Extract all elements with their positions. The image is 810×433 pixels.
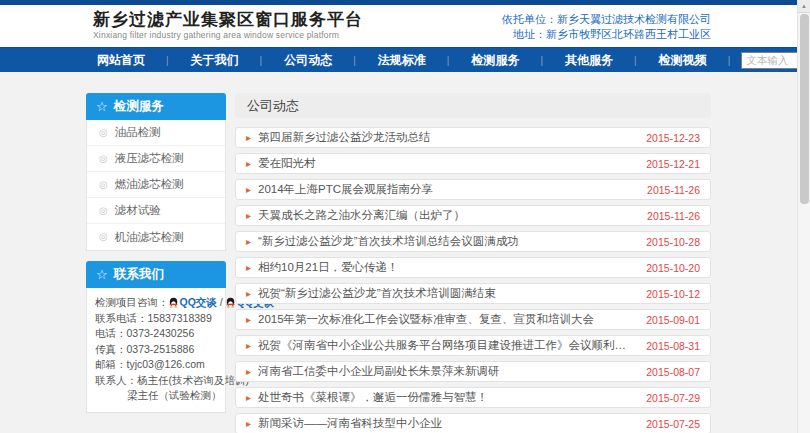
services-panel-header: ☆ 检测服务 — [86, 93, 226, 120]
search-box: 搜 索 — [741, 51, 797, 69]
nav-item[interactable]: 法规标准 — [367, 52, 461, 69]
browser-scrollbar[interactable]: ▲ — [797, 0, 810, 433]
service-item[interactable]: ◎ 滤材试验 — [87, 198, 225, 224]
nav-item[interactable]: 检测视频 — [648, 52, 742, 69]
org-line: 依托单位：新乡天翼过滤技术检测有限公司 — [502, 12, 711, 27]
news-title: 新闻采访——河南省科技型中小企业 — [258, 416, 636, 431]
news-date: 2015-07-29 — [646, 392, 700, 404]
news-row[interactable]: ▸ 相约10月21日，爱心传递！ 2015-10-20 — [235, 257, 711, 278]
star-icon: ☆ — [96, 100, 108, 113]
content-wrapper: ☆ 检测服务 ◎ 油品检测 ◎ 液压滤芯检测 — [86, 72, 711, 433]
news-row[interactable]: ▸ 河南省工信委中小企业局副处长朱景萍来新调研 2015-08-07 — [235, 361, 711, 382]
nav-item[interactable]: 网站首页 — [86, 52, 180, 69]
contact-line: 电话：0373-2430256 — [95, 326, 219, 342]
site-logo: 新乡过滤产业集聚区窗口服务平台 Xinxiang filter industry… — [86, 5, 363, 47]
nav-item[interactable]: 其他服务 — [554, 52, 648, 69]
arrow-right-icon: ▸ — [246, 341, 251, 351]
qq-chat-label: QQ交谈 — [180, 295, 217, 311]
news-row[interactable]: ▸ 处世奇书《菜根谭》，邂逅一份儒雅与智慧！ 2015-07-29 — [235, 387, 711, 408]
scrollbar-thumb[interactable] — [800, 14, 809, 204]
contact-line: 邮箱：tyjc03@126.com — [95, 357, 219, 373]
contact-line: 联系人：杨主任(技术咨询及培训) — [95, 373, 219, 389]
services-panel-title: 检测服务 — [114, 98, 164, 115]
service-item-label: 油品检测 — [115, 125, 161, 140]
circle-bullet-icon: ◎ — [99, 232, 108, 242]
nav-items: 网站首页 关于我们 公司动态 法规标准 检测服务 其他服务 检测视频 — [86, 52, 741, 69]
service-item[interactable]: ◎ 液压滤芯检测 — [87, 146, 225, 172]
services-list: ◎ 油品检测 ◎ 液压滤芯检测 ◎ 燃油滤芯检测 — [86, 120, 226, 251]
news-row[interactable]: ▸ 2014年上海PTC展会观展指南分享 2015-11-26 — [235, 179, 711, 200]
qq-penguin-icon — [226, 297, 235, 308]
nav-item[interactable]: 公司动态 — [273, 52, 367, 69]
news-date: 2015-12-23 — [646, 132, 700, 144]
arrow-right-icon: ▸ — [246, 315, 251, 325]
news-date: 2015-10-20 — [646, 262, 700, 274]
nav-item[interactable]: 检测服务 — [460, 52, 554, 69]
news-date: 2015-12-21 — [646, 158, 700, 170]
contact-panel-header: ☆ 联系我们 — [86, 261, 226, 288]
news-row[interactable]: ▸ “新乡过滤公益沙龙”首次技术培训总结会议圆满成功 2015-10-28 — [235, 231, 711, 252]
news-title: 爱在阳光村 — [258, 156, 636, 171]
news-date: 2015-08-07 — [646, 366, 700, 378]
qq-penguin-icon — [169, 297, 178, 308]
news-row[interactable]: ▸ 2015年第一次标准化工作会议暨标准审查、复查、宣贯和培训大会 2015-0… — [235, 309, 711, 330]
news-title: 天翼成长之路之油水分离汇编（出炉了） — [258, 208, 637, 223]
search-input[interactable] — [741, 52, 797, 69]
arrow-right-icon: ▸ — [246, 159, 251, 169]
sidebar: ☆ 检测服务 ◎ 油品检测 ◎ 液压滤芯检测 — [86, 93, 226, 413]
news-date: 2015-07-25 — [646, 418, 700, 430]
news-row[interactable]: ▸ 新闻采访——河南省科技型中小企业 2015-07-25 — [235, 413, 711, 433]
news-row[interactable]: ▸ 祝贺“新乡过滤公益沙龙”首次技术培训圆满结束 2015-10-12 — [235, 283, 711, 304]
circle-bullet-icon: ◎ — [99, 206, 108, 216]
contact-body: 检测项目咨询： QQ交谈 / — [86, 288, 226, 413]
main-content: 公司动态 ▸ 第四届新乡过滤公益沙龙活动总结 2015-12-23 ▸ 爱在阳光… — [235, 93, 711, 433]
service-item-label: 燃油滤芯检测 — [115, 177, 184, 192]
news-row[interactable]: ▸ 爱在阳光村 2015-12-21 — [235, 153, 711, 174]
service-item[interactable]: ◎ 燃油滤芯检测 — [87, 172, 225, 198]
header: 新乡过滤产业集聚区窗口服务平台 Xinxiang filter industry… — [0, 5, 797, 47]
news-row[interactable]: ▸ 天翼成长之路之油水分离汇编（出炉了） 2015-11-26 — [235, 205, 711, 226]
service-item-label: 机油滤芯检测 — [115, 230, 184, 245]
arrow-right-icon: ▸ — [246, 367, 251, 377]
arrow-right-icon: ▸ — [246, 393, 251, 403]
news-title: 第四届新乡过滤公益沙龙活动总结 — [258, 130, 636, 145]
news-title: 河南省工信委中小企业局副处长朱景萍来新调研 — [258, 364, 636, 379]
star-icon: ☆ — [96, 268, 108, 281]
circle-bullet-icon: ◎ — [99, 154, 108, 164]
news-date: 2015-09-01 — [646, 314, 700, 326]
arrow-right-icon: ▸ — [246, 289, 251, 299]
arrow-right-icon: ▸ — [246, 237, 251, 247]
address-line: 地址：新乡市牧野区北环路西王村工业区 — [502, 27, 711, 42]
contact-line: 梁主任（试验检测） — [95, 388, 219, 404]
services-panel: ☆ 检测服务 ◎ 油品检测 ◎ 液压滤芯检测 — [86, 93, 226, 251]
news-title: 相约10月21日，爱心传递！ — [258, 260, 636, 275]
site-title: 新乡过滤产业集聚区窗口服务平台 — [93, 10, 363, 30]
main-nav: 网站首页 关于我们 公司动态 法规标准 检测服务 其他服务 检测视频 搜 索 — [0, 47, 797, 72]
contact-lines: 联系电话：15837318389 电话：0373-2430256 传真：0373… — [95, 311, 219, 404]
news-row[interactable]: ▸ 祝贺《河南省中小企业公共服务平台网络项目建设推进工作》会议顺利召开 2015… — [235, 335, 711, 356]
arrow-right-icon: ▸ — [246, 419, 251, 429]
service-item[interactable]: ◎ 油品检测 — [87, 120, 225, 146]
arrow-right-icon: ▸ — [246, 211, 251, 221]
arrow-right-icon: ▸ — [246, 185, 251, 195]
page-title: 公司动态 — [235, 93, 711, 118]
news-date: 2015-10-12 — [646, 288, 700, 300]
service-item-label: 液压滤芯检测 — [115, 151, 184, 166]
news-title: 祝贺《河南省中小企业公共服务平台网络项目建设推进工作》会议顺利召开 — [258, 338, 636, 353]
circle-bullet-icon: ◎ — [99, 128, 108, 138]
scrollbar-up-button[interactable]: ▲ — [798, 0, 810, 13]
news-row[interactable]: ▸ 第四届新乡过滤公益沙龙活动总结 2015-12-23 — [235, 127, 711, 148]
site-subtitle: Xinxiang filter industry gathering area … — [93, 30, 363, 40]
qq-chat-link[interactable]: QQ交谈 — [169, 295, 217, 311]
news-date: 2015-11-26 — [647, 184, 700, 196]
news-date: 2015-10-28 — [646, 236, 700, 248]
news-date: 2015-08-31 — [646, 340, 700, 352]
consult-label: 检测项目咨询： — [95, 295, 169, 311]
service-item[interactable]: ◎ 机油滤芯检测 — [87, 224, 225, 250]
news-date: 2015-11-26 — [647, 210, 700, 222]
nav-item[interactable]: 关于我们 — [180, 52, 274, 69]
news-title: 2014年上海PTC展会观展指南分享 — [258, 182, 637, 197]
contact-panel: ☆ 联系我们 检测项目咨询： — [86, 261, 226, 413]
service-item-label: 滤材试验 — [115, 203, 161, 218]
news-title: 2015年第一次标准化工作会议暨标准审查、复查、宣贯和培训大会 — [258, 312, 636, 327]
